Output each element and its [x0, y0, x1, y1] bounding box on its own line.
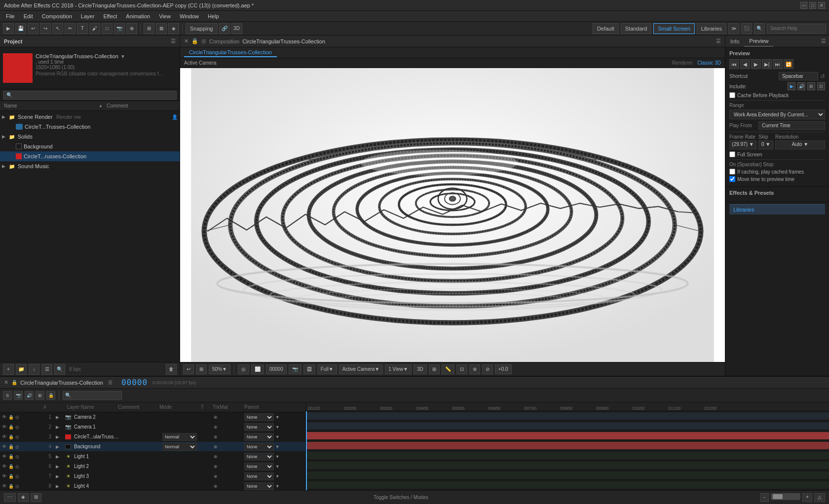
- layer-8-parent-select[interactable]: None: [244, 482, 274, 490]
- include-audio-icon[interactable]: 🔊: [797, 82, 805, 90]
- timeline-lock-icon[interactable]: 🔒: [11, 380, 17, 385]
- layer-4-eye[interactable]: 👁: [2, 444, 7, 449]
- workspace-default[interactable]: Default: [593, 23, 619, 34]
- layer-4-mode-select[interactable]: Normal: [162, 443, 197, 451]
- timeline-playhead[interactable]: [306, 411, 307, 490]
- libraries-tab[interactable]: Libraries: [729, 204, 825, 215]
- layer-3-lock[interactable]: 🔒: [8, 434, 14, 439]
- new-item-btn[interactable]: +: [3, 364, 14, 375]
- info-tab[interactable]: Info: [725, 36, 744, 46]
- comp-header-menu[interactable]: ☰: [716, 38, 721, 44]
- tl-zoom-out-btn[interactable]: -: [760, 493, 769, 502]
- layer-8-eye[interactable]: 👁: [2, 483, 7, 489]
- toolbar-pen-btn[interactable]: ✏: [65, 23, 75, 34]
- minimize-button[interactable]: ─: [800, 2, 807, 9]
- menu-view[interactable]: View: [155, 12, 175, 20]
- menu-layer[interactable]: Layer: [77, 12, 99, 20]
- comp-grid-toggle[interactable]: ⊞: [429, 364, 440, 374]
- toggle-switches-label[interactable]: Toggle Switches / Modes: [374, 495, 428, 500]
- toolbar-align-btn[interactable]: ⊞: [144, 23, 154, 34]
- range-select[interactable]: Work Area Extended By Current...: [729, 109, 825, 119]
- tl-camera-btn[interactable]: 📷: [14, 391, 23, 400]
- toolbar-guide-btn[interactable]: ⊠: [156, 23, 167, 34]
- prev-play-btn[interactable]: ▶: [751, 59, 761, 69]
- layer-6-eye[interactable]: 👁: [2, 464, 7, 469]
- prev-loop-btn[interactable]: 🔁: [784, 59, 793, 69]
- comp-preview-btn[interactable]: ◎: [238, 364, 249, 374]
- layer-7-expand[interactable]: ▶: [53, 473, 61, 480]
- if-caching-checkbox[interactable]: [729, 169, 735, 175]
- layer-6-expand[interactable]: ▶: [53, 463, 61, 470]
- layer-1-lock[interactable]: 🔒: [8, 415, 14, 420]
- import-btn[interactable]: ↓: [29, 364, 39, 375]
- menu-help[interactable]: Help: [204, 12, 223, 20]
- close-comp-icon[interactable]: ✕: [184, 38, 188, 44]
- layer-2-parent-select[interactable]: None: [244, 423, 274, 431]
- layer-3-solo[interactable]: ◎: [15, 434, 19, 439]
- toolbar-undo-btn[interactable]: ↩: [28, 23, 38, 34]
- comp-ruler-btn[interactable]: 📏: [442, 364, 454, 374]
- layer-1-parent-select[interactable]: None: [244, 413, 274, 421]
- search-help-input[interactable]: [767, 24, 826, 34]
- toolbar-mask-btn[interactable]: ◈: [168, 23, 179, 34]
- toolbar-home-btn[interactable]: ▶: [3, 23, 14, 34]
- toolbar-anchor-btn[interactable]: ⊕: [126, 23, 137, 34]
- comp-resolution-select[interactable]: Full ▼: [317, 364, 337, 374]
- layer-3-parent-select[interactable]: None: [244, 433, 274, 441]
- full-screen-checkbox[interactable]: [729, 151, 735, 157]
- layer-row-5[interactable]: 👁 🔒 ◎ 5 ▶ ☀ Light 1 ⊕: [0, 452, 305, 462]
- layer-1-expand[interactable]: ▶: [53, 414, 61, 421]
- close-button[interactable]: ✕: [818, 2, 825, 9]
- include-extra-icon[interactable]: ⊡: [817, 82, 825, 90]
- layer-row-8[interactable]: 👁 🔒 ◎ 8 ▶ ☀ Light 4 ⊕: [0, 481, 305, 490]
- timeline-menu-icon[interactable]: ☰: [108, 380, 113, 385]
- comp-grid-btn[interactable]: ⊞: [196, 364, 207, 374]
- tl-go-home-btn[interactable]: △: [814, 493, 825, 502]
- comp-exposure-btn[interactable]: ⊘: [482, 364, 493, 374]
- tl-solo-btn[interactable]: S: [3, 391, 12, 400]
- move-time-checkbox[interactable]: [729, 176, 735, 182]
- layer-5-solo[interactable]: ◎: [15, 454, 19, 459]
- layer-2-eye[interactable]: 👁: [2, 424, 7, 430]
- toolbar-text-btn[interactable]: T: [77, 23, 88, 34]
- layer-5-expand[interactable]: ▶: [53, 453, 61, 460]
- comp-3d-btn[interactable]: 3D: [414, 364, 427, 374]
- tl-add-marker-btn[interactable]: ◈: [18, 493, 29, 502]
- toolbar-search-btn[interactable]: 🔍: [754, 23, 765, 34]
- layer-row-2[interactable]: 👁 🔒 ◎ 2 ▶ 📷 Camera 1 ⊕: [0, 422, 305, 432]
- tl-motion-path-btn[interactable]: ⋯: [4, 493, 16, 502]
- comp-safe-btn[interactable]: ⊡: [456, 364, 467, 374]
- toolbar-snapping-btn[interactable]: Snapping: [186, 23, 218, 34]
- comp-tab-active[interactable]: CircleTriangularTrusses-Collection: [184, 48, 277, 57]
- maximize-button[interactable]: □: [809, 2, 816, 9]
- tree-item-background[interactable]: Background: [0, 142, 180, 151]
- timeline-bars[interactable]: [306, 411, 829, 490]
- menu-composition[interactable]: Composition: [38, 12, 76, 20]
- tl-lock-btn[interactable]: 🔒: [46, 391, 55, 400]
- toolbar-snap-icon[interactable]: 🔗: [219, 23, 230, 34]
- menu-window[interactable]: Window: [176, 12, 203, 20]
- layer-8-expand[interactable]: ▶: [53, 483, 61, 490]
- layer-8-solo[interactable]: ◎: [15, 484, 19, 489]
- comp-zoom-select[interactable]: 50% ▼: [209, 364, 230, 374]
- details-btn[interactable]: ☰: [41, 364, 52, 375]
- prev-forward-frame-btn[interactable]: ▶|: [762, 59, 772, 69]
- tree-item-circle-solid[interactable]: CircleT...russes-Collection: [0, 151, 180, 161]
- toolbar-3d-btn[interactable]: 3D: [231, 23, 242, 34]
- toolbar-save-btn[interactable]: 💾: [15, 23, 26, 34]
- search-small-btn[interactable]: 🔍: [54, 364, 65, 375]
- tl-switch-btn[interactable]: ⊞: [31, 493, 41, 502]
- include-overflow-icon[interactable]: ⊞: [807, 82, 815, 90]
- shortcut-value[interactable]: Spacebar: [779, 72, 818, 80]
- layer-row-4[interactable]: 👁 🔒 ◎ 4 ▶ Background Normal: [0, 442, 305, 452]
- layer-5-parent-select[interactable]: None: [244, 453, 274, 461]
- layer-3-expand[interactable]: ▶: [53, 433, 61, 440]
- prev-to-end-btn[interactable]: ⏭: [773, 59, 783, 69]
- comp-flow-btn[interactable]: ⊛: [469, 364, 480, 374]
- toolbar-shape-btn[interactable]: □: [102, 23, 113, 34]
- comp-snapshot-btn[interactable]: 📷: [289, 364, 301, 374]
- layer-row-3[interactable]: 👁 🔒 ◎ 3 ▶ CircleT...ularTrusses-Collecti…: [0, 432, 305, 442]
- menu-effect[interactable]: Effect: [99, 12, 121, 20]
- layer-3-mode-select[interactable]: Normal: [162, 433, 197, 441]
- layer-4-solo[interactable]: ◎: [15, 444, 19, 449]
